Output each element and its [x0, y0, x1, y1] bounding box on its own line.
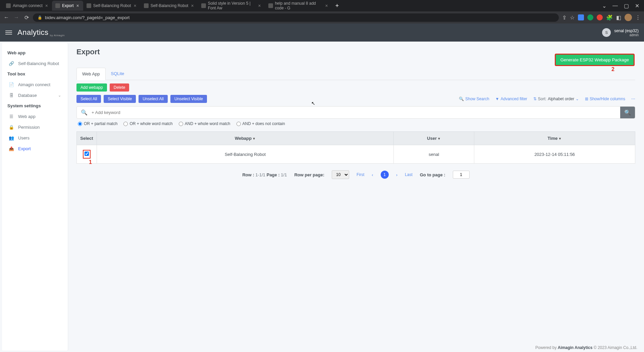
search-input[interactable]	[92, 107, 620, 118]
rows-per-page-select[interactable]: 10	[332, 170, 349, 179]
browser-tab[interactable]: Solid style in Version 5 | Font Aw×	[198, 1, 265, 11]
maximize-icon[interactable]: ▢	[624, 3, 629, 9]
close-icon[interactable]: ×	[324, 3, 328, 8]
hamburger-icon[interactable]	[5, 30, 12, 36]
close-icon[interactable]: ×	[190, 3, 194, 8]
user-menu[interactable]: S senal (esp32) admin	[602, 28, 639, 37]
address-bar: ← → ⟳ 🔒 bidev.aimagin.com/?_pageId=_page…	[0, 11, 644, 23]
cell-user: senal	[394, 145, 474, 164]
col-select: Select	[77, 132, 97, 145]
match-option[interactable]: AND + whole word match	[179, 121, 230, 126]
col-webapp[interactable]: Webapp▼	[97, 132, 394, 145]
avatar: S	[602, 28, 611, 37]
unselect-all-button[interactable]: Unselect All	[139, 95, 168, 103]
browser-tab[interactable]: Export×	[52, 1, 83, 11]
page-prev[interactable]: ‹	[372, 172, 373, 177]
goto-page-input[interactable]	[453, 171, 470, 179]
star-icon[interactable]: ☆	[570, 14, 575, 21]
forward-icon[interactable]: →	[13, 14, 19, 21]
url-input[interactable]: 🔒 bidev.aimagin.com/?_pageId=_page_expor…	[33, 13, 559, 22]
favicon-icon	[87, 3, 91, 8]
pagination: Row : 1-1/1 Page : 1/1 Row per page: 10 …	[76, 170, 635, 179]
col-time[interactable]: Time▼	[474, 132, 635, 145]
sidebar-item-database[interactable]: 🗄 Database ⌄	[2, 90, 68, 101]
main-content: Export Generate ESP32 Webapp Package 2 W…	[68, 42, 644, 352]
cell-webapp: Self-Balancing Robot	[97, 145, 394, 164]
close-icon[interactable]: ×	[133, 3, 137, 8]
add-webapp-button[interactable]: Add webapp	[76, 83, 107, 92]
cell-time: 2023-12-14 05:11:56	[474, 145, 635, 164]
profile-avatar[interactable]	[625, 14, 632, 21]
tab-strip: Aimagin connect× Export× Self-Balancing …	[0, 0, 644, 11]
extension-icon[interactable]	[587, 14, 593, 20]
layers-icon: ☰	[9, 114, 14, 119]
filter-icon: ▼	[252, 137, 256, 140]
share-icon[interactable]: ⇪	[562, 14, 567, 21]
sidebar-item-permission[interactable]: 🔒 Permission	[2, 122, 68, 132]
sidebar-item-users[interactable]: 👥 Users	[2, 132, 68, 143]
reload-icon[interactable]: ⟳	[23, 14, 30, 21]
browser-chrome: Aimagin connect× Export× Self-Balancing …	[0, 0, 644, 23]
page-first[interactable]: First	[357, 172, 364, 177]
users-icon: 👥	[9, 135, 14, 140]
search-go-button[interactable]: 🔍	[620, 107, 635, 118]
col-user[interactable]: User▼	[394, 132, 474, 145]
browser-tab[interactable]: Self-Balancing Robot×	[83, 1, 141, 11]
tab-sqlite[interactable]: SQLite	[106, 68, 130, 80]
link-icon: 🔗	[9, 61, 14, 66]
select-visible-button[interactable]: Select Visible	[104, 95, 136, 103]
new-tab-button[interactable]: +	[332, 2, 342, 9]
extension-icon[interactable]	[597, 14, 603, 20]
chevron-down-icon[interactable]: ⌄	[602, 3, 606, 9]
page-next[interactable]: ›	[396, 172, 397, 177]
favicon-icon	[144, 3, 149, 8]
chevron-down-icon: ⌄	[576, 97, 579, 101]
close-icon[interactable]: ×	[257, 3, 261, 8]
sidebar-item-webapp[interactable]: ☰ Web app	[2, 111, 68, 122]
browser-tab[interactable]: Self-Balancing Robot×	[141, 1, 198, 11]
app-logo: Analyticsby Aimagin	[17, 28, 65, 37]
export-icon: 📤	[9, 146, 14, 151]
show-search-button[interactable]: 🔍 Show Search	[459, 97, 489, 101]
search-bar: 🔍 🔍	[76, 106, 635, 119]
minimize-icon[interactable]: —	[612, 3, 618, 9]
extensions-icon[interactable]: 🧩	[606, 14, 613, 21]
favicon-icon	[6, 3, 11, 8]
delete-button[interactable]: Delete	[110, 83, 129, 92]
browser-tab[interactable]: help and manual 8 add code - G×	[265, 1, 332, 11]
show-hide-columns-button[interactable]: ⊞ Show/Hide columns	[585, 97, 625, 101]
sidebar-item-export[interactable]: 📤 Export	[2, 143, 68, 154]
tab-webapp[interactable]: Web App	[76, 68, 106, 80]
user-role: admin	[614, 33, 639, 37]
close-window-icon[interactable]: ✕	[635, 3, 639, 9]
sidebar-section: Web app	[2, 48, 68, 58]
sidebar-item-robot[interactable]: 🔗 Self-Balancing Robot	[2, 58, 68, 69]
unselect-visible-button[interactable]: Unselect Visible	[170, 95, 207, 103]
sidebar-item-connect[interactable]: 📄 Aimagin connect	[2, 79, 68, 90]
sidebar-section: Tool box	[2, 69, 68, 79]
advanced-filter-button[interactable]: ▼ Advanced filter	[495, 97, 527, 101]
match-options: OR + partial match OR + whole word match…	[76, 119, 635, 129]
more-icon[interactable]: ⋯	[631, 97, 635, 101]
extension-icon[interactable]	[578, 14, 584, 20]
select-all-button[interactable]: Select All	[76, 95, 101, 103]
page-last[interactable]: Last	[405, 172, 413, 177]
sort-dropdown[interactable]: ⇅ Sort: Alphabet order ⌄	[533, 97, 579, 101]
match-option[interactable]: OR + whole word match	[123, 121, 172, 126]
page-current[interactable]: 1	[381, 171, 389, 179]
sidebar-toggle-icon[interactable]: ◧	[616, 14, 621, 21]
database-icon: 🗄	[9, 93, 14, 98]
menu-icon[interactable]: ⋮	[635, 14, 641, 21]
generate-package-button[interactable]: Generate ESP32 Webapp Package	[555, 54, 635, 66]
match-option[interactable]: OR + partial match	[78, 121, 117, 126]
close-icon[interactable]: ×	[45, 3, 49, 8]
match-option[interactable]: AND + does not contain	[236, 121, 285, 126]
table-row: 1 Self-Balancing Robot senal 2023-12-14 …	[77, 145, 635, 164]
cursor-icon: ↖	[311, 101, 315, 106]
close-icon[interactable]: ×	[76, 3, 80, 8]
browser-tab[interactable]: Aimagin connect×	[3, 1, 52, 11]
footer: Powered by Aimagin Analytics © 2023 Aima…	[535, 345, 637, 350]
back-icon[interactable]: ←	[3, 14, 9, 21]
row-checkbox[interactable]	[85, 152, 89, 156]
user-name: senal (esp32)	[614, 28, 639, 33]
